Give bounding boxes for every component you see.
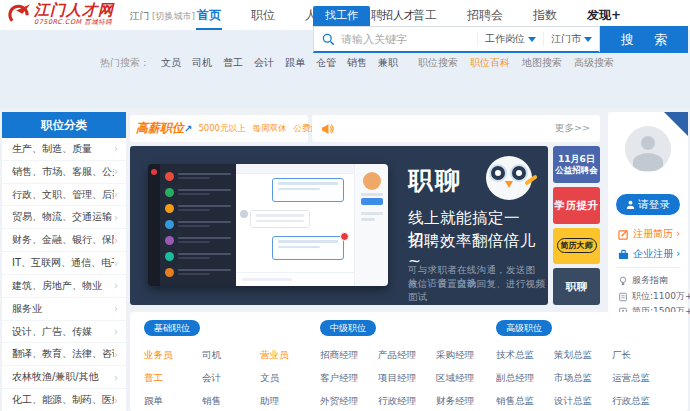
login-button[interactable]: 请登录 — [616, 194, 680, 215]
job-group-tab[interactable]: 中级职位 — [320, 320, 376, 336]
job-link[interactable]: 副总经理 — [496, 366, 554, 389]
job-link[interactable]: 行政总监 — [612, 389, 670, 411]
search-tab[interactable]: 找工作 — [313, 6, 370, 26]
chat-list-row — [160, 216, 236, 232]
category-item[interactable]: IT、互联网、通信、电子 › — [2, 251, 126, 274]
job-group: 基础职位 业务员 普工 跟单 外贸 司机 会计 销售 平面设计 营业员 文员 助… — [144, 320, 320, 411]
job-link[interactable]: 销售 — [202, 389, 260, 411]
category-item[interactable]: 农林牧渔/兼职/其他 › — [2, 365, 126, 388]
city-filter[interactable]: 江门市 — [543, 32, 599, 46]
category-item[interactable]: 建筑、房地产、物业 › — [2, 274, 126, 297]
hot-search-link[interactable]: 文员 — [161, 56, 181, 70]
jobs-doc-icon — [618, 292, 628, 302]
job-link[interactable]: 助理 — [260, 389, 318, 411]
search-icon — [322, 33, 335, 46]
side-promo-cards: 11月6日 公益招聘会 学历提升 简历大师 职聊 — [553, 146, 600, 305]
site-logo[interactable]: 江门人才网 0750RC.COM 百城特聘 — [6, 2, 114, 27]
user-panel: 请登录 注册简历 › 企业注册 › 服务指南 职位:1100万+ — [608, 112, 688, 320]
category-item[interactable]: 贸易、物流、交通运输 › — [2, 205, 126, 228]
qr-code-corner-icon[interactable] — [664, 112, 688, 136]
promo-tag-link[interactable]: 每周双休 — [253, 123, 287, 135]
job-link[interactable]: 策划总监 — [554, 343, 612, 366]
logo-title: 江门人才网 — [34, 3, 114, 18]
register-company-link[interactable]: 企业注册 › — [618, 247, 680, 261]
chevron-right-icon: › — [114, 349, 118, 360]
service-guide-link[interactable]: 服务指南 — [618, 274, 668, 287]
job-link[interactable]: 跟单 — [144, 389, 202, 411]
search-tabs: 找工作 招人才 — [313, 6, 427, 26]
hot-search-link[interactable]: 会计 — [254, 56, 274, 70]
job-link[interactable]: 技术总监 — [496, 343, 554, 366]
more-link[interactable]: 更多>> — [555, 122, 590, 135]
hot-search-link[interactable]: 司机 — [192, 56, 212, 70]
chevron-right-icon: › — [114, 280, 118, 291]
category-item[interactable]: 销售、市场、客服、公关 › — [2, 160, 126, 183]
job-link[interactable]: 文员 — [260, 366, 318, 389]
job-link[interactable]: 行政经理 — [378, 389, 436, 411]
register-resume-label: 注册简历 › — [633, 227, 680, 241]
job-group-tab[interactable]: 高级职位 — [496, 320, 552, 336]
search-placeholder: 请输入关键字 — [341, 32, 477, 47]
side-promo-card[interactable]: 职聊 — [553, 268, 600, 305]
category-item[interactable]: 生产、制造、质量 › — [2, 138, 126, 160]
job-link[interactable]: 区域经理 — [436, 366, 494, 389]
nav-item-label: 指数 — [533, 8, 557, 22]
job-link[interactable]: 会计 — [202, 366, 260, 389]
nav-item[interactable]: 职位 — [236, 0, 290, 30]
chat-list-row — [160, 248, 236, 264]
category-item[interactable]: 行政、文职、管理、后勤 › — [2, 183, 126, 206]
city-name: 江门 — [130, 10, 149, 21]
quick-link-label: 地图搜索 — [522, 57, 562, 68]
nav-item[interactable]: 首页 — [182, 0, 236, 30]
search-button[interactable]: 搜 索 — [600, 26, 688, 53]
hot-search-link[interactable]: 销售 — [347, 56, 367, 70]
job-link[interactable]: 市场总监 — [554, 366, 612, 389]
hot-search-label: 热门搜索： — [100, 56, 150, 70]
side-promo-card[interactable]: 学历提升 — [553, 187, 600, 224]
hot-search-link[interactable]: 兼职 — [378, 56, 398, 70]
hot-search-link[interactable]: 仓管 — [316, 56, 336, 70]
category-item[interactable]: 设计、广告、传媒 › — [2, 320, 126, 343]
quick-link[interactable]: 职位百科 — [470, 56, 510, 70]
nav-item-label: 发现+ — [587, 8, 621, 22]
category-item[interactable]: 服务业 › — [2, 297, 126, 320]
job-link[interactable]: 客户经理 — [320, 366, 378, 389]
hot-search-link[interactable]: 普工 — [223, 56, 243, 70]
job-link[interactable]: 营业员 — [260, 343, 318, 366]
job-link[interactable]: 招商经理 — [320, 343, 378, 366]
search-input[interactable]: 请输入关键字 工作岗位 江门市 — [313, 26, 600, 53]
category-item-label: 设计、广告、传媒 — [12, 325, 114, 339]
zhiliao-banner[interactable]: 职聊 线上就能搞定一切， 招聘效率翻倍倍儿~ 可与求职者在线沟通，发送图片、语音… — [130, 146, 548, 305]
category-item[interactable]: 化工、能源、制药、医疗 › — [2, 388, 126, 411]
job-link[interactable]: 运营总监 — [612, 366, 670, 389]
register-resume-link[interactable]: 注册简历 › — [618, 227, 680, 241]
job-link[interactable]: 外贸经理 — [320, 389, 378, 411]
job-link[interactable]: 业务员 — [144, 343, 202, 366]
category-item[interactable]: 翻译、教育、法律、咨询 › — [2, 342, 126, 365]
category-item[interactable]: 财务、金融、银行、保险 › — [2, 228, 126, 251]
job-type-filter[interactable]: 工作岗位 — [477, 32, 543, 46]
category-item-label: 建筑、房地产、物业 — [12, 279, 114, 293]
side-promo-card[interactable]: 简历大师 — [553, 228, 600, 265]
job-link[interactable]: 项目经理 — [378, 366, 436, 389]
quick-link[interactable]: 职位搜索 — [418, 56, 458, 70]
job-link[interactable]: 司机 — [202, 343, 260, 366]
search-tab[interactable]: 招人才 — [370, 6, 427, 26]
side-promo-card[interactable]: 11月6日 公益招聘会 — [553, 146, 600, 183]
chat-app-toolbar — [148, 164, 160, 286]
job-link[interactable]: 销售总监 — [496, 389, 554, 411]
promo-tag-link[interactable]: 5000元以上 — [198, 123, 245, 135]
job-link[interactable]: 财务经理 — [436, 389, 494, 411]
job-link[interactable]: 厂长 — [612, 343, 670, 366]
quick-link[interactable]: 地图搜索 — [522, 56, 562, 70]
job-group-tab[interactable]: 基础职位 — [144, 320, 200, 336]
logo-swoosh-icon — [6, 2, 31, 27]
job-link[interactable]: 普工 — [144, 366, 202, 389]
hot-search-link[interactable]: 跟单 — [285, 56, 305, 70]
chevron-right-icon: › — [114, 189, 118, 200]
job-link[interactable]: 产品经理 — [378, 343, 436, 366]
job-link[interactable]: 设计总监 — [554, 389, 612, 411]
nav-item-label: 首页 — [197, 8, 221, 22]
quick-link[interactable]: 高级搜索 — [574, 56, 614, 70]
job-link[interactable]: 采购经理 — [436, 343, 494, 366]
